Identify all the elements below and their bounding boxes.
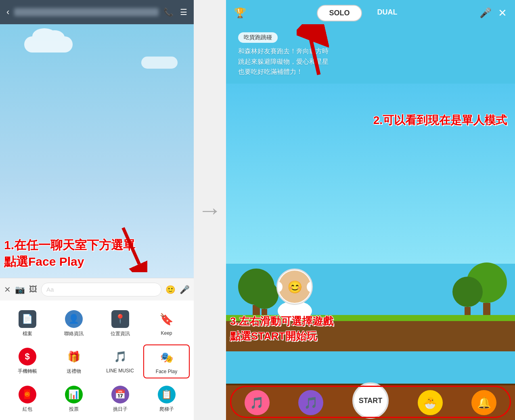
faceplay-label: Face Play <box>156 369 177 374</box>
input-placeholder: Aa <box>46 286 54 293</box>
contact-icon: 👤 <box>65 310 83 328</box>
right-panel: 🏆 SOLO DUAL 🎤 ✕ 吃貨跑跳碰 和森林好友賽跑去！奔向前方時 跳起來… <box>226 0 515 420</box>
location-label: 位置資訊 <box>111 330 130 337</box>
menu-item-faceplay[interactable]: 🎭 Face Play <box>143 344 190 378</box>
message-input[interactable]: Aa <box>41 283 161 296</box>
game-tag: 吃貨跑跳碰 <box>238 32 278 43</box>
red-arrow-up <box>297 24 329 78</box>
menu-item-ladder[interactable]: 📋 爬梯子 <box>143 382 190 416</box>
char-head: 😊 <box>276 269 313 305</box>
menu-item-keep[interactable]: 🔖 Keep <box>143 307 190 340</box>
instruction-3: 3.左右滑動可選擇遊戲 點選START開始玩 <box>230 314 333 343</box>
file-label: 檔案 <box>23 330 32 337</box>
instruction-1: 1.在任一聊天室下方選單 點選Face Play <box>4 237 190 270</box>
game-desc: 和森林好友賽跑去！奔向前方時 跳起來躲避障礙物，愛心和星星 也要吃好吃滿補體力！ <box>238 46 503 77</box>
game-info: 吃貨跑跳碰 和森林好友賽跑去！奔向前方時 跳起來躲避障礙物，愛心和星星 也要吃好… <box>226 26 515 84</box>
char-ear-right <box>307 282 313 292</box>
menu-item-redpacket[interactable]: 🧧 紅包 <box>4 382 50 416</box>
game-mic-icon[interactable]: 🎤 <box>479 7 492 19</box>
trophy-icon[interactable]: 🏆 <box>234 7 246 19</box>
input-bar: ✕ 📷 🖼 Aa 🙂 🎤 <box>0 278 194 300</box>
menu-item-music[interactable]: 🎵 LINE MUSIC <box>97 344 143 378</box>
chick-button[interactable]: 🐣 <box>418 390 443 415</box>
char-face: 😊 <box>278 271 311 303</box>
left-panel: ‹ 📞 ☰ 1.在任一聊天室下方選單 點選Face Play <box>0 0 194 420</box>
ladder-label: 爬梯子 <box>159 406 174 413</box>
menu-item-contact[interactable]: 👤 聯絡資訊 <box>50 307 97 340</box>
chat-area: 1.在任一聊天室下方選單 點選Face Play <box>0 24 194 278</box>
menu-item-schedule[interactable]: 📅 挑日子 <box>97 382 143 416</box>
redpacket-icon: 🧧 <box>19 386 36 403</box>
gift-label: 送禮物 <box>67 368 81 375</box>
menu-item-gift[interactable]: 🎁 送禮物 <box>50 344 97 378</box>
game-bottom-bar: 🎵 🎵 START 🐣 🔔 <box>226 384 515 420</box>
game-scene: 😊 3.左右滑動可選擇遊戲 點選START開始玩 <box>226 84 515 384</box>
camera-icon[interactable]: 📷 <box>15 285 25 294</box>
arrow-section: → <box>194 0 226 420</box>
ladder-icon: 📋 <box>158 386 176 403</box>
call-icon[interactable]: 📞 <box>163 7 174 17</box>
red-arrow-down <box>115 224 147 272</box>
cloud1 <box>24 36 73 52</box>
back-button[interactable]: ‹ <box>6 7 9 17</box>
gift-icon: 🎁 <box>65 348 83 365</box>
mic-icon[interactable]: 🎤 <box>180 285 190 294</box>
tree-top-right2 <box>452 277 483 307</box>
menu-item-location[interactable]: 📍 位置資訊 <box>97 307 143 340</box>
menu-item-file[interactable]: 📄 檔案 <box>4 307 50 340</box>
instruction-2: 2.可以看到現在是單人模式 <box>373 113 507 128</box>
game-sky <box>226 84 515 264</box>
menu-grid: 📄 檔案 👤 聯絡資訊 📍 位置資訊 🔖 Keep $ 手機轉帳 🎁 送禮物 🎵… <box>0 300 194 420</box>
close-input-icon[interactable]: ✕ <box>4 285 11 294</box>
svg-line-3 <box>309 30 319 75</box>
image-icon[interactable]: 🖼 <box>29 285 37 294</box>
chat-header: ‹ 📞 ☰ <box>0 0 194 24</box>
location-icon: 📍 <box>111 310 129 328</box>
contact-name <box>14 8 159 16</box>
music-purple-button[interactable]: 🎵 <box>298 390 323 415</box>
character: 😊 <box>274 269 315 321</box>
faceplay-icon: 🎭 <box>158 349 176 366</box>
start-button[interactable]: START <box>352 382 389 419</box>
music-pink-button[interactable]: 🎵 <box>245 390 270 415</box>
header-icons: 📞 ☰ <box>163 7 187 17</box>
game-close-button[interactable]: ✕ <box>498 7 507 19</box>
keep-label: Keep <box>161 330 172 336</box>
game-header: 🏆 SOLO DUAL 🎤 ✕ <box>226 0 515 26</box>
bell-button[interactable]: 🔔 <box>471 390 496 415</box>
navigation-arrow: → <box>198 196 222 224</box>
dual-tab[interactable]: DUAL <box>366 5 409 21</box>
emoji-icon[interactable]: 🙂 <box>165 285 176 294</box>
music-icon: 🎵 <box>111 348 129 365</box>
music-label: LINE MUSIC <box>106 368 134 374</box>
schedule-icon: 📅 <box>111 386 129 403</box>
vote-label: 投票 <box>69 406 79 413</box>
svg-line-1 <box>123 228 139 264</box>
vote-icon: 📊 <box>65 386 83 403</box>
schedule-label: 挑日子 <box>113 406 128 413</box>
solo-tab[interactable]: SOLO <box>317 5 362 21</box>
mode-tabs: SOLO DUAL <box>246 5 479 21</box>
contact-label: 聯絡資訊 <box>64 330 84 337</box>
keep-icon: 🔖 <box>158 310 176 328</box>
menu-item-transfer[interactable]: $ 手機轉帳 <box>4 344 50 378</box>
menu-icon[interactable]: ☰ <box>180 7 187 17</box>
redpacket-label: 紅包 <box>23 406 32 413</box>
transfer-icon: $ <box>19 348 36 365</box>
tree-right2 <box>452 277 483 321</box>
cloud2 <box>141 57 178 69</box>
file-icon: 📄 <box>19 310 36 328</box>
menu-item-vote[interactable]: 📊 投票 <box>50 382 97 416</box>
transfer-label: 手機轉帳 <box>18 368 37 375</box>
